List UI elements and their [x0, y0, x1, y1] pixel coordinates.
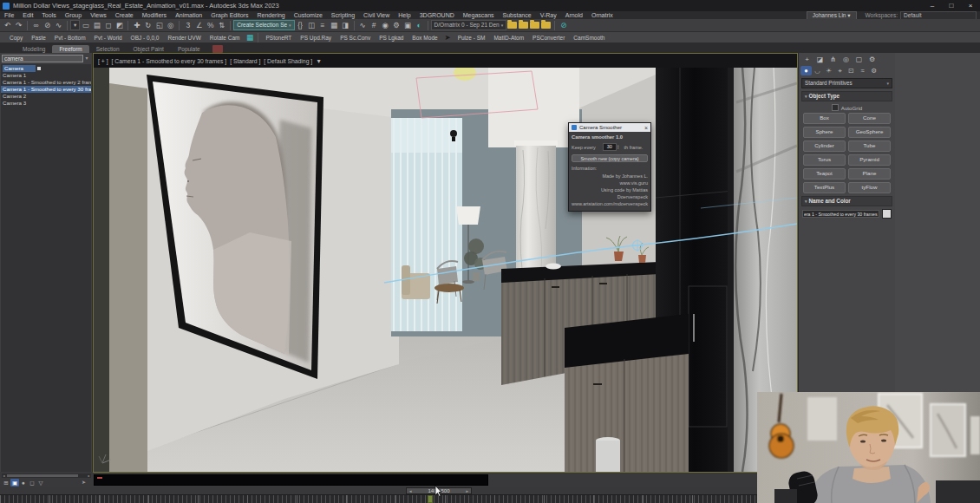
render-uvw-button[interactable]: Render UVW — [163, 35, 205, 41]
render-circle-icon[interactable]: ⊘ — [558, 20, 569, 30]
pulze-sm-button[interactable]: Pulze - SM — [454, 35, 490, 41]
rectangular-selection-icon[interactable]: ◻ — [102, 20, 114, 30]
schematic-view-icon[interactable]: # — [369, 20, 380, 30]
angle-snap-icon[interactable]: ∠ — [193, 20, 205, 30]
active-viewport[interactable]: [ + ] [ Camera 1 - Smoothed to every 30 … — [93, 53, 798, 473]
maximize-button[interactable]: □ — [942, 0, 961, 11]
spacewarps-icon[interactable]: ≈ — [857, 66, 868, 75]
list-item-camera1-smoothed2[interactable]: Camera 1 - Smoothed to every 2 frames — [1, 79, 91, 86]
menu-views[interactable]: Views — [86, 12, 111, 18]
display-materials-icon[interactable]: ● — [19, 479, 28, 487]
align-icon[interactable]: ≡ — [317, 20, 329, 30]
tyflow-button[interactable]: tyFlow — [848, 182, 891, 193]
tube-button[interactable]: Tube — [848, 140, 891, 152]
kitchen-island-front[interactable] — [565, 314, 689, 472]
systems-icon[interactable]: ⚙ — [868, 66, 879, 75]
tab-modeling[interactable]: Modeling — [16, 45, 52, 53]
object-type-rollout[interactable]: ▾Object Type — [801, 91, 892, 101]
menu-file[interactable]: File — [0, 12, 18, 18]
tab-freeform[interactable]: Freeform — [52, 45, 88, 53]
list-item-camera2[interactable]: Camera 2 — [1, 93, 91, 100]
pyramid-button[interactable]: Pyramid — [848, 154, 891, 166]
menu-ornatrix[interactable]: Ornatrix — [587, 12, 617, 18]
render-production-icon[interactable]: ◐ — [414, 20, 425, 30]
ps-lgkad-button[interactable]: PS Lgkad — [375, 35, 408, 41]
next-frame-icon[interactable]: ► — [466, 489, 469, 493]
create-selection-set-dropdown[interactable]: Create Selection Se▾ — [233, 20, 294, 30]
scroll-right-icon[interactable]: ▸ — [87, 474, 91, 478]
select-object-icon[interactable]: ▭ — [80, 20, 91, 30]
undo-icon[interactable]: ↶ — [2, 20, 13, 30]
unlink-selection-icon[interactable]: ⊘ — [42, 20, 53, 30]
crossing-selection-icon[interactable]: ◩ — [114, 20, 125, 30]
cylinder-button[interactable]: Cylinder — [803, 140, 846, 152]
object-color-swatch[interactable] — [882, 209, 892, 219]
paste-button[interactable]: Paste — [27, 35, 50, 41]
percent-snap-icon[interactable]: % — [205, 20, 216, 30]
explorer-h-scrollbar[interactable]: ◂ ▸ — [2, 474, 91, 478]
redo-icon[interactable]: ↷ — [13, 20, 24, 30]
ps-updray-button[interactable]: PS Upd.Ray — [296, 35, 336, 41]
viewport-3d-scene[interactable] — [94, 68, 797, 472]
graphite-ribbon-icon[interactable]: ◨ — [340, 20, 351, 30]
display-objects-icon[interactable]: ▣ — [10, 479, 19, 487]
viewport-filter-icon[interactable]: ▼ — [316, 58, 322, 64]
menu-civil-view[interactable]: Civil View — [359, 12, 394, 18]
edit-named-sets-icon[interactable]: {} — [295, 20, 306, 30]
camera-smoother-dialog[interactable]: Camera Smoother × Camera smoother 1.0 Ke… — [568, 122, 651, 212]
menu-help[interactable]: Help — [394, 12, 415, 18]
display-hierarchy-icon[interactable]: ⊞ — [2, 479, 10, 487]
menu-create[interactable]: Create — [111, 12, 138, 18]
keep-every-spinner[interactable]: ▴ ▾ — [617, 145, 619, 150]
display-geometry-icon[interactable]: ◻ — [28, 479, 36, 487]
display-tab-icon[interactable]: ▢ — [853, 55, 866, 65]
cameras-icon[interactable]: ⌖ — [834, 66, 846, 75]
menu-tools[interactable]: Tools — [37, 12, 60, 18]
select-and-link-icon[interactable]: ∞ — [30, 20, 42, 30]
smooth-new-button[interactable]: Smooth new (copy camera) — [572, 154, 648, 162]
maxscript-mini-listener[interactable] — [94, 474, 488, 486]
lights-icon[interactable]: ☀ — [823, 66, 834, 75]
viewport-renderer-label[interactable]: [ Standard ] — [230, 58, 260, 64]
spinner-snap-icon[interactable]: ⇅ — [216, 20, 227, 30]
torus-button[interactable]: Torus — [803, 154, 846, 166]
menu-graph-editors[interactable]: Graph Editors — [206, 12, 252, 18]
render-setup-icon[interactable]: ⚙ — [391, 20, 402, 30]
utilities-tab-icon[interactable]: ⚙ — [866, 55, 879, 65]
select-by-name-icon[interactable]: ▤ — [91, 20, 102, 30]
spinner-down-icon[interactable]: ▾ — [617, 147, 619, 150]
menu-arnold[interactable]: Arnold — [561, 12, 587, 18]
scrollbar-thumb[interactable] — [7, 474, 78, 477]
geosphere-button[interactable]: GeoSphere — [848, 127, 891, 138]
obj-origin-button[interactable]: OBJ - 0,0,0 — [127, 35, 164, 41]
menu-vray[interactable]: V-Ray — [536, 12, 561, 18]
search-options-icon[interactable]: ▾ — [83, 55, 90, 62]
dialog-close-icon[interactable]: × — [644, 125, 648, 131]
viewport-menu-plus[interactable]: [ + ] — [98, 58, 108, 64]
box-button[interactable]: Box — [803, 113, 846, 124]
category-dropdown[interactable]: Standard Primitives▾ — [801, 78, 892, 88]
scene-explorer-list[interactable]: Camera Camera 1 Camera 1 - Smoothed to e… — [1, 64, 91, 472]
menu-substance[interactable]: Substance — [499, 12, 536, 18]
menu-animation[interactable]: Animation — [171, 12, 206, 18]
viewport-camera-label[interactable]: [ Camera 1 - Smoothed to every 30 frames… — [112, 58, 227, 64]
bind-to-spacewarp-icon[interactable]: ∿ — [53, 20, 64, 30]
selection-filter-dropdown[interactable]: ▾ — [70, 20, 80, 30]
geometry-icon[interactable]: ● — [800, 66, 812, 75]
rotate-icon[interactable]: ↻ — [142, 20, 154, 30]
curve-editor-icon[interactable]: ∿ — [357, 20, 369, 30]
keep-every-field[interactable]: 30 — [603, 143, 617, 151]
list-item-camera1[interactable]: Camera 1 — [1, 72, 91, 79]
helpers-icon[interactable]: ⊡ — [846, 66, 857, 75]
pstonert-button[interactable]: PStoneRT — [261, 35, 296, 41]
menu-modifiers[interactable]: Modifiers — [138, 12, 171, 18]
modify-tab-icon[interactable]: ◪ — [813, 55, 826, 65]
hierarchy-tab-icon[interactable]: ⋔ — [826, 55, 840, 65]
material-editor-icon[interactable]: ◉ — [380, 20, 391, 30]
menu-customize[interactable]: Customize — [290, 12, 327, 18]
search-input[interactable] — [2, 55, 83, 62]
import-folder-icon[interactable] — [530, 22, 539, 29]
teapot-button[interactable]: Teapot — [803, 168, 846, 180]
scale-icon[interactable]: ◱ — [154, 20, 165, 30]
viewport-shading-label[interactable]: [ Default Shading ] — [264, 58, 312, 64]
